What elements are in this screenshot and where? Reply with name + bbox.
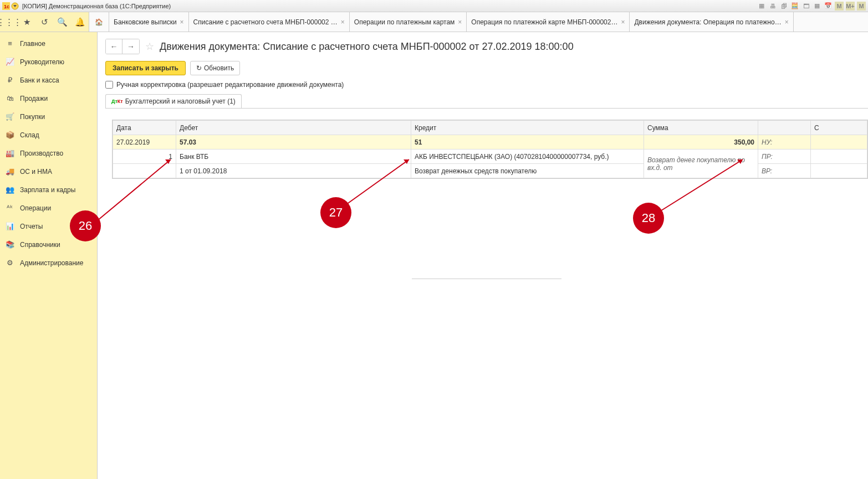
- th-credit[interactable]: Кредит: [411, 121, 644, 135]
- tab-0[interactable]: Банковские выписки ×: [109, 12, 189, 32]
- back-button[interactable]: ←: [106, 39, 122, 54]
- menu-icon: ≡: [6, 39, 14, 48]
- sidebar-item-sales[interactable]: 🛍Продажи: [0, 89, 97, 107]
- table-row[interactable]: 1 Банк ВТБ АКБ ИНВЕСТСПЕЦБАНК (ЗАО) (407…: [113, 150, 867, 164]
- cell-credit-acc: 51: [411, 135, 644, 150]
- sidebar-item-main[interactable]: ≡Главное: [0, 34, 97, 53]
- sidebar-item-bank[interactable]: ₽Банк и касса: [0, 71, 97, 89]
- close-icon[interactable]: ×: [458, 18, 462, 26]
- tab-label: Операция по платежной карте МНБП-000002…: [471, 18, 617, 26]
- sidebar-item-operations[interactable]: ᴬᵏОперации: [0, 199, 97, 217]
- table-wrap: Дата Дебет Кредит Сумма С 27.02.2019 57.…: [112, 120, 868, 179]
- cell-sum: 350,00: [644, 135, 758, 150]
- refresh-button[interactable]: ↻ Обновить: [190, 61, 240, 75]
- tb-icon-calendar[interactable]: 📅: [824, 2, 833, 11]
- cell-sum-desc: Возврат денег покупателю по вх.д. от: [644, 150, 758, 178]
- sidebar: ≡Главное 📈Руководителю ₽Банк и касса 🛍Пр…: [0, 32, 98, 479]
- tb-icon-6[interactable]: ▦: [813, 2, 821, 11]
- bag-icon: 🛍: [6, 94, 14, 102]
- forward-button[interactable]: →: [122, 39, 139, 54]
- divider: [412, 279, 561, 279]
- tab-home[interactable]: 🏠: [89, 12, 109, 32]
- cell-ext0: НУ:: [758, 135, 811, 150]
- body: ≡Главное 📈Руководителю ₽Банк и касса 🛍Пр…: [0, 32, 868, 479]
- sidebar-item-label: Руководителю: [20, 58, 64, 66]
- cell-debit2: 1 от 01.09.2018: [176, 164, 411, 178]
- sidebar-item-stock[interactable]: 📦Склад: [0, 126, 97, 144]
- sidebar-item-label: ОС и НМА: [20, 168, 52, 176]
- tb-badge-m2[interactable]: M: [857, 2, 866, 11]
- close-icon[interactable]: ×: [180, 18, 184, 26]
- tab-label: Движения документа: Операция по платежно…: [634, 18, 781, 26]
- ruble-icon: ₽: [6, 76, 14, 84]
- gear-icon: ⚙: [6, 259, 14, 267]
- sidebar-item-production[interactable]: 🏭Производство: [0, 144, 97, 162]
- table-row[interactable]: 27.02.2019 57.03 51 350,00 НУ:: [113, 135, 867, 150]
- tb-icon-5[interactable]: 🗔: [801, 2, 810, 11]
- entries-table: Дата Дебет Кредит Сумма С 27.02.2019 57.…: [113, 120, 867, 178]
- tab-4[interactable]: Движения документа: Операция по платежно…: [630, 12, 793, 32]
- sidebar-item-manager[interactable]: 📈Руководителю: [0, 53, 97, 71]
- th-debit[interactable]: Дебет: [176, 121, 411, 135]
- accounting-tab[interactable]: ДтКт Бухгалтерский и налоговый учет (1): [105, 94, 242, 108]
- tb-badge-m[interactable]: M: [835, 2, 844, 11]
- close-icon[interactable]: ×: [621, 18, 625, 26]
- main: ← → ☆ Движения документа: Списание с рас…: [98, 32, 868, 479]
- cell-debit1: Банк ВТБ: [176, 150, 411, 164]
- sidebar-item-salary[interactable]: 👥Зарплата и кадры: [0, 181, 97, 199]
- cell-last: [811, 135, 867, 150]
- th-sum[interactable]: Сумма: [644, 121, 758, 135]
- header: ← → ☆ Движения документа: Списание с рас…: [105, 39, 868, 54]
- cell-credit1: АКБ ИНВЕСТСПЕЦБАНК (ЗАО) (40702810400000…: [411, 150, 644, 164]
- sidebar-item-label: Покупки: [20, 113, 45, 121]
- sidebar-item-label: Администрирование: [20, 259, 83, 267]
- tb-icon-2[interactable]: 🖶: [768, 2, 777, 11]
- tab-3[interactable]: Операция по платежной карте МНБП-000002……: [467, 12, 630, 32]
- search-icon[interactable]: 🔍: [53, 12, 71, 32]
- svg-text:1c: 1c: [4, 4, 9, 9]
- factory-icon: 🏭: [6, 149, 14, 157]
- tb-badge-mp[interactable]: M+: [846, 2, 855, 11]
- sidebar-item-purchases[interactable]: 🛒Покупки: [0, 107, 97, 126]
- sidebar-item-label: Справочники: [20, 241, 60, 249]
- sidebar-item-reports[interactable]: 📊Отчеты: [0, 217, 97, 235]
- th-ext[interactable]: [758, 121, 811, 135]
- title-bar: 1c [КОПИЯ] Демонстрационная база (1С:Пре…: [0, 0, 868, 12]
- sidebar-item-label: Банк и касса: [20, 76, 59, 84]
- tb-icon-3[interactable]: 🗐: [779, 2, 788, 11]
- sidebar-item-label: Зарплата и кадры: [20, 186, 75, 194]
- sidebar-item-admin[interactable]: ⚙Администрирование: [0, 254, 97, 272]
- tb-icon-4[interactable]: 🧮: [790, 2, 799, 11]
- titlebar-right: ▦ 🖶 🗐 🧮 🗔 ▦ 📅 M M+ M: [757, 2, 866, 11]
- cart-icon: 🛒: [6, 112, 14, 121]
- tab-label: Списание с расчетного счета МНБП-000002 …: [193, 18, 338, 26]
- tab-2[interactable]: Операции по платежным картам ×: [350, 12, 467, 32]
- sidebar-item-references[interactable]: 📚Справочники: [0, 235, 97, 254]
- th-last[interactable]: С: [811, 121, 867, 135]
- top-row: ⋮⋮⋮ ★ ↺ 🔍 🔔 🏠 Банковские выписки × Списа…: [0, 12, 868, 32]
- refresh-label: Обновить: [204, 64, 234, 72]
- manual-correction-row: Ручная корректировка (разрешает редактир…: [105, 81, 868, 89]
- history-icon[interactable]: ↺: [35, 12, 53, 32]
- refresh-icon: ↻: [196, 64, 202, 72]
- cell-ext1: ПР:: [758, 150, 811, 164]
- save-close-button[interactable]: Записать и закрыть: [105, 61, 186, 75]
- manual-correction-checkbox[interactable]: [105, 81, 113, 89]
- page-title: Движения документа: Списание с расчетног…: [160, 41, 574, 53]
- sidebar-item-label: Отчеты: [20, 223, 43, 230]
- close-icon[interactable]: ×: [341, 18, 345, 26]
- close-icon[interactable]: ×: [785, 18, 789, 26]
- bell-icon[interactable]: 🔔: [71, 12, 89, 32]
- sidebar-item-os[interactable]: 🚚ОС и НМА: [0, 162, 97, 181]
- tb-icon-1[interactable]: ▦: [757, 2, 766, 11]
- tab-label: Операции по платежным картам: [354, 18, 455, 26]
- cell-empty: [113, 164, 176, 178]
- tab-1[interactable]: Списание с расчетного счета МНБП-000002 …: [189, 12, 350, 32]
- favorite-icon[interactable]: ☆: [145, 40, 154, 53]
- sidebar-item-label: Склад: [20, 131, 39, 139]
- th-date[interactable]: Дата: [113, 121, 176, 135]
- apps-icon[interactable]: ⋮⋮⋮: [0, 12, 18, 32]
- dropdown-icon[interactable]: [11, 2, 19, 10]
- sidebar-item-label: Производство: [20, 150, 63, 157]
- star-icon[interactable]: ★: [18, 12, 35, 32]
